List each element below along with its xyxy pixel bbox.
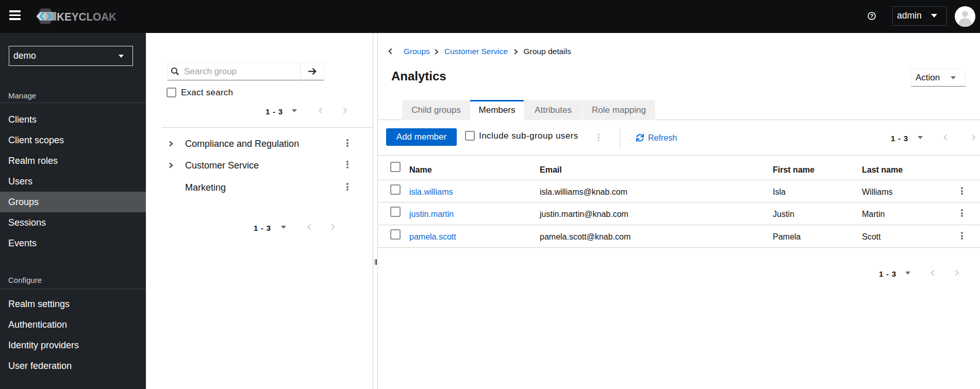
svg-text:?: ? [870,13,873,19]
svg-text:KEYCLOAK: KEYCLOAK [57,10,117,23]
